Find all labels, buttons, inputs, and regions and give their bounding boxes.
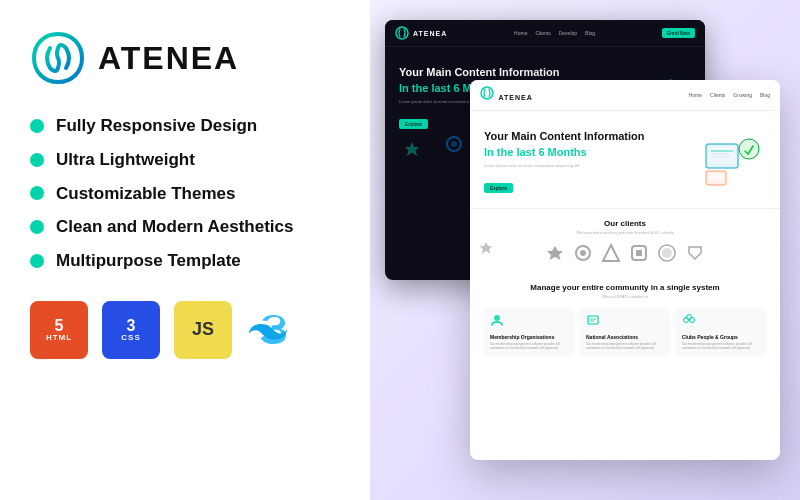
manage-subtitle: Who is DEMO suitable for	[484, 294, 766, 299]
mini-card-desc-1: Our membership management software provi…	[490, 342, 568, 350]
svg-point-12	[481, 87, 493, 99]
mini-card-title-1: Membership Organisations	[490, 334, 568, 340]
right-panel: ATENEA Home Clients Develop Blog Enrol N…	[370, 0, 800, 500]
clients-title: Our clients	[484, 219, 766, 228]
feature-themes: Customizable Themes	[30, 182, 360, 206]
js-badge: JS	[174, 301, 232, 359]
features-list: Fully Responsive Design Ultra Lightweigh…	[30, 114, 360, 273]
feature-aesthetics: Clean and Modern Aesthetics	[30, 215, 360, 239]
client-logo-4	[629, 243, 649, 263]
logo-area: ATENEA	[30, 30, 360, 86]
svg-point-31	[690, 318, 695, 323]
feature-label: Ultra Lightweight	[56, 148, 195, 172]
dark-nav-bar: ATENEA Home Clients Develop Blog Enrol N…	[385, 20, 705, 47]
dark-floating-icon-2	[445, 135, 463, 157]
mini-card-title-2: National Associations	[586, 334, 664, 340]
dark-nav-link-home: Home	[514, 30, 527, 36]
feature-label: Multipurpose Template	[56, 249, 241, 273]
mini-card-3: Clubs People & Groups Our membership man…	[676, 307, 766, 356]
tech-badges: 5 HTML 3 CSS JS	[30, 301, 360, 359]
mini-card-desc-3: Our membership management software provi…	[682, 342, 760, 350]
feature-label: Clean and Modern Aesthetics	[56, 215, 293, 239]
tailwind-badge	[246, 301, 304, 359]
mini-card-desc-2: Our membership management software provi…	[586, 342, 664, 350]
client-logo-6	[685, 243, 705, 263]
svg-point-32	[687, 315, 692, 320]
light-mini-logo	[480, 86, 494, 100]
preview-light-theme: ATENEA Home Clients Growing Blog Your Ma…	[470, 80, 780, 460]
dark-nav-link-clients: Clients	[535, 30, 550, 36]
svg-rect-14	[709, 147, 735, 163]
svg-point-30	[684, 318, 689, 323]
light-hero-cta-button[interactable]: Explore	[484, 183, 513, 193]
dark-nav-logo: ATENEA	[395, 26, 447, 40]
svg-point-18	[739, 139, 759, 159]
bullet-dot	[30, 254, 44, 268]
client-logo-3	[601, 243, 621, 263]
dark-nav-cta[interactable]: Enrol Now	[662, 28, 695, 38]
client-logo-5	[657, 243, 677, 263]
brand-logo-icon	[30, 30, 86, 86]
svg-point-22	[580, 250, 586, 256]
light-nav-links: Home Clients Growing Blog	[689, 92, 770, 98]
clients-section: Our clients We have been working with ov…	[470, 208, 780, 273]
mini-card-title-3: Clubs People & Groups	[682, 334, 760, 340]
dark-mini-logo	[395, 26, 409, 40]
bullet-dot	[30, 153, 44, 167]
feature-responsive: Fully Responsive Design	[30, 114, 360, 138]
manage-cards-row: Membership Organisations Our membership …	[484, 307, 766, 356]
feature-multipurpose: Multipurpose Template	[30, 249, 360, 273]
manage-section: Manage your entire community in a single…	[470, 273, 780, 366]
brand-name: ATENEA	[98, 40, 239, 77]
dark-nav-brand: ATENEA	[413, 30, 447, 37]
dark-nav-links: Home Clients Develop Blog	[514, 30, 595, 36]
light-floating-icon-1	[478, 240, 494, 260]
feature-lightweight: Ultra Lightweight	[30, 148, 360, 172]
mini-card-1: Membership Organisations Our membership …	[484, 307, 574, 356]
mini-card-icon-1	[490, 313, 504, 327]
light-hero-section: Your Main Content Information In the las…	[470, 111, 780, 208]
dark-hero-title: Your Main Content Information	[399, 65, 621, 79]
light-hero-illustration	[701, 129, 766, 189]
dark-hero-cta-button[interactable]: Explore	[399, 119, 428, 129]
html5-badge: 5 HTML	[30, 301, 88, 359]
svg-point-11	[451, 141, 457, 147]
dark-floating-icon-1	[403, 140, 421, 162]
light-nav-link-growing: Growing	[733, 92, 752, 98]
light-hero-desc: Lorem ipsum dolor sit amet consectetur a…	[484, 163, 701, 169]
light-nav-link-clients: Clients	[710, 92, 725, 98]
bullet-dot	[30, 186, 44, 200]
mini-card-icon-3	[682, 313, 696, 327]
client-logo-2	[573, 243, 593, 263]
clients-logos-row	[484, 243, 766, 263]
light-nav-bar: ATENEA Home Clients Growing Blog	[470, 80, 780, 111]
light-nav-link-home: Home	[689, 92, 702, 98]
light-nav-brand: ATENEA	[498, 94, 532, 101]
light-hero-title: Your Main Content Information	[484, 129, 701, 143]
client-logo-1	[545, 243, 565, 263]
mini-card-2: National Associations Our membership man…	[580, 307, 670, 356]
css3-badge: 3 CSS	[102, 301, 160, 359]
light-nav-link-blog: Blog	[760, 92, 770, 98]
svg-rect-27	[588, 316, 598, 324]
clients-subtitle: We have been working with over hundred &…	[484, 230, 766, 235]
left-panel: ATENEA Fully Responsive Design Ultra Lig…	[0, 0, 390, 500]
svg-point-0	[396, 27, 408, 39]
light-hero-subtitle: In the last 6 Months	[484, 146, 701, 158]
manage-title: Manage your entire community in a single…	[484, 283, 766, 292]
dark-nav-link-develop: Develop	[559, 30, 577, 36]
mini-card-icon-2	[586, 313, 600, 327]
dark-nav-link-blog: Blog	[585, 30, 595, 36]
bullet-dot	[30, 220, 44, 234]
svg-rect-20	[708, 173, 724, 181]
bullet-dot	[30, 119, 44, 133]
feature-label: Fully Responsive Design	[56, 114, 257, 138]
svg-marker-23	[603, 245, 619, 261]
light-hero-text: Your Main Content Information In the las…	[484, 129, 701, 194]
svg-point-26	[494, 315, 500, 321]
light-nav-logo: ATENEA	[480, 86, 533, 104]
feature-label: Customizable Themes	[56, 182, 236, 206]
svg-rect-25	[636, 250, 642, 256]
